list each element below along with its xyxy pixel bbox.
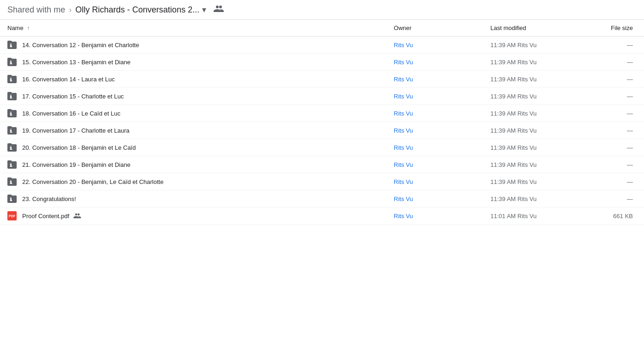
table-row[interactable]: 16. Conversation 14 - Laura et LucRits V…: [0, 71, 644, 88]
owner-cell[interactable]: Rits Vu: [386, 139, 483, 156]
file-name-text: 23. Congratulations!: [22, 195, 76, 202]
size-cell: —: [580, 54, 644, 71]
file-name-cell: 14. Conversation 12 - Benjamin et Charlo…: [0, 37, 386, 53]
folder-shared-icon: [7, 40, 17, 49]
sort-icon: ↑: [27, 25, 30, 31]
file-name-cell: 16. Conversation 14 - Laura et Luc: [0, 71, 386, 87]
modified-cell: 11:39 AM Rits Vu: [483, 173, 580, 190]
folder-shared-icon: [7, 194, 17, 203]
current-folder-name: Olly Richards - Conversations 2...: [75, 5, 199, 15]
size-cell: —: [580, 37, 644, 54]
table-row[interactable]: 19. Conversation 17 - Charlotte et Laura…: [0, 122, 644, 139]
folder-shared-icon: [7, 143, 17, 152]
modified-cell: 11:39 AM Rits Vu: [483, 54, 580, 71]
table-row[interactable]: 15. Conversation 13 - Benjamin et DianeR…: [0, 54, 644, 71]
file-name-text: 18. Conversation 16 - Le Caïd et Luc: [22, 110, 120, 117]
file-name-text: 19. Conversation 17 - Charlotte et Laura: [22, 127, 129, 134]
breadcrumb-current: Olly Richards - Conversations 2... ▾: [75, 5, 206, 15]
owner-cell[interactable]: Rits Vu: [386, 173, 483, 190]
owner-cell[interactable]: Rits Vu: [386, 105, 483, 122]
folder-shared-icon: [7, 109, 17, 118]
file-name-text: Proof Content.pdf: [22, 213, 81, 220]
folder-shared-icon: [7, 177, 17, 186]
modified-cell: 11:39 AM Rits Vu: [483, 105, 580, 122]
size-cell: —: [580, 139, 644, 156]
file-name-cell: 15. Conversation 13 - Benjamin et Diane: [0, 54, 386, 70]
modified-column-header[interactable]: Last modified: [483, 20, 580, 37]
name-column-header[interactable]: Name ↑: [0, 20, 386, 37]
modified-cell: 11:39 AM Rits Vu: [483, 190, 580, 208]
shared-with-me-link[interactable]: Shared with me: [7, 5, 65, 15]
file-name-cell: 20. Conversation 18 - Benjamin et Le Caï…: [0, 139, 386, 156]
modified-cell: 11:01 AM Rits Vu: [483, 208, 580, 225]
file-name-cell: 17. Conversation 15 - Charlotte et Luc: [0, 88, 386, 104]
table-row[interactable]: 17. Conversation 15 - Charlotte et LucRi…: [0, 88, 644, 105]
owner-cell[interactable]: Rits Vu: [386, 208, 483, 225]
table-header-row: Name ↑ Owner Last modified File size: [0, 20, 644, 37]
file-name-cell: 18. Conversation 16 - Le Caïd et Luc: [0, 105, 386, 122]
file-name-text: 16. Conversation 14 - Laura et Luc: [22, 76, 115, 83]
modified-cell: 11:39 AM Rits Vu: [483, 139, 580, 156]
file-name-text: 22. Conversation 20 - Benjamin, Le Caïd …: [22, 178, 164, 185]
table-row[interactable]: 21. Conversation 19 - Benjamin et DianeR…: [0, 156, 644, 173]
size-column-header[interactable]: File size: [580, 20, 644, 37]
file-name-text: 14. Conversation 12 - Benjamin et Charlo…: [22, 42, 139, 49]
file-name-text: 21. Conversation 19 - Benjamin et Diane: [22, 161, 130, 168]
folder-shared-icon: [7, 57, 17, 67]
owner-column-header[interactable]: Owner: [386, 20, 483, 37]
modified-cell: 11:39 AM Rits Vu: [483, 156, 580, 173]
pdf-icon: PDF: [7, 211, 17, 220]
modified-cell: 11:39 AM Rits Vu: [483, 71, 580, 88]
shared-people-icon: [73, 213, 81, 219]
owner-cell[interactable]: Rits Vu: [386, 37, 483, 54]
owner-cell[interactable]: Rits Vu: [386, 156, 483, 173]
modified-cell: 11:39 AM Rits Vu: [483, 88, 580, 105]
owner-cell[interactable]: Rits Vu: [386, 122, 483, 139]
owner-cell[interactable]: Rits Vu: [386, 88, 483, 105]
file-name-text: 15. Conversation 13 - Benjamin et Diane: [22, 59, 130, 66]
table-row[interactable]: 14. Conversation 12 - Benjamin et Charlo…: [0, 37, 644, 54]
file-name-text: 20. Conversation 18 - Benjamin et Le Caï…: [22, 144, 136, 151]
owner-cell[interactable]: Rits Vu: [386, 54, 483, 71]
folder-shared-icon: [7, 92, 17, 101]
modified-cell: 11:39 AM Rits Vu: [483, 122, 580, 139]
file-name-cell: 23. Congratulations!: [0, 190, 386, 207]
size-cell: —: [580, 122, 644, 139]
size-cell: —: [580, 71, 644, 88]
file-list-table: Name ↑ Owner Last modified File size 14.…: [0, 20, 644, 225]
table-row[interactable]: 20. Conversation 18 - Benjamin et Le Caï…: [0, 139, 644, 156]
size-cell: 661 KB: [580, 208, 644, 225]
size-cell: —: [580, 88, 644, 105]
file-name-cell: 22. Conversation 20 - Benjamin, Le Caïd …: [0, 173, 386, 190]
owner-cell[interactable]: Rits Vu: [386, 71, 483, 88]
folder-shared-icon: [7, 160, 17, 169]
size-cell: —: [580, 190, 644, 208]
dropdown-chevron-icon[interactable]: ▾: [202, 5, 206, 15]
table-row[interactable]: PDFProof Content.pdf Rits Vu11:01 AM Rit…: [0, 208, 644, 225]
size-cell: —: [580, 105, 644, 122]
modified-cell: 11:39 AM Rits Vu: [483, 37, 580, 54]
table-row[interactable]: 22. Conversation 20 - Benjamin, Le Caïd …: [0, 173, 644, 190]
size-cell: —: [580, 156, 644, 173]
table-row[interactable]: 23. Congratulations!Rits Vu11:39 AM Rits…: [0, 190, 644, 208]
breadcrumb-separator: ›: [69, 5, 72, 15]
folder-shared-icon: [7, 126, 17, 135]
breadcrumb: Shared with me › Olly Richards - Convers…: [0, 0, 644, 20]
file-name-text: 17. Conversation 15 - Charlotte et Luc: [22, 93, 124, 100]
folder-shared-icon: [7, 74, 17, 84]
file-name-cell: 21. Conversation 19 - Benjamin et Diane: [0, 156, 386, 173]
people-icon[interactable]: [214, 5, 224, 15]
size-cell: —: [580, 173, 644, 190]
file-name-cell: PDFProof Content.pdf: [0, 208, 386, 224]
owner-cell[interactable]: Rits Vu: [386, 190, 483, 208]
file-name-cell: 19. Conversation 17 - Charlotte et Laura: [0, 122, 386, 139]
table-row[interactable]: 18. Conversation 16 - Le Caïd et LucRits…: [0, 105, 644, 122]
